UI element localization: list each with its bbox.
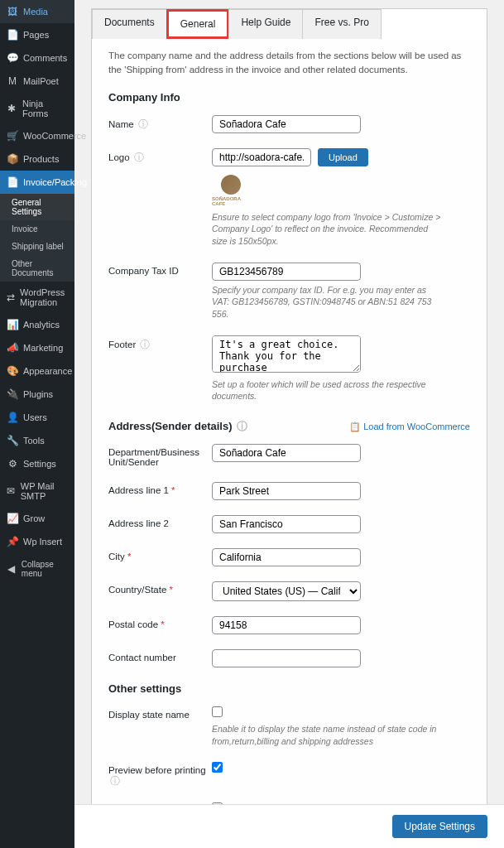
logo-desc: Ensure to select company logo from 'Invo… (212, 211, 444, 248)
help-icon[interactable]: ⓘ (134, 152, 144, 162)
submenu-item[interactable]: Invoice (0, 220, 74, 238)
menu-icon: ✉ (7, 485, 16, 497)
collapse-menu[interactable]: ◀ Collapse menu (0, 553, 74, 585)
addr2-label: Address line 2 (108, 515, 212, 528)
sidebar-item-plugins[interactable]: 🔌Plugins (0, 383, 74, 406)
menu-icon: 🛒 (7, 130, 18, 142)
menu-icon: 🎨 (7, 365, 18, 377)
menu-icon: M (7, 75, 18, 87)
logo-url-input[interactable] (212, 148, 311, 166)
footer-textarea[interactable] (212, 335, 361, 373)
clipboard-icon: 📋 (349, 422, 361, 431)
sidebar-item-label: Media (23, 7, 48, 17)
menu-icon: ⇄ (7, 292, 15, 303)
footer-label: Footer ⓘ (108, 335, 212, 351)
sidebar-item-tools[interactable]: 🔧Tools (0, 429, 74, 452)
help-icon[interactable]: ⓘ (237, 420, 247, 432)
sidebar-item-wp-insert[interactable]: 📌Wp Insert (0, 530, 74, 553)
country-select[interactable]: United States (US) — California (212, 581, 361, 601)
sidebar-item-label: Comments (23, 53, 67, 63)
tax-input[interactable] (212, 263, 361, 281)
tabs: DocumentsGeneralHelp GuideFree vs. Pro (91, 8, 487, 39)
sidebar-item-analytics[interactable]: 📊Analytics (0, 313, 74, 336)
tab-free-vs-pro[interactable]: Free vs. Pro (302, 9, 381, 39)
state-checkbox[interactable] (212, 706, 223, 717)
submenu-item[interactable]: General Settings (0, 194, 74, 220)
sidebar-item-marketing[interactable]: 📣Marketing (0, 336, 74, 359)
submenu-item[interactable]: Shipping label (0, 238, 74, 255)
menu-icon: 📌 (7, 536, 18, 547)
sidebar-item-pages[interactable]: 📄Pages (0, 23, 74, 46)
addr2-input[interactable] (212, 515, 361, 533)
sidebar-item-label: Products (23, 154, 59, 164)
sidebar-item-wp-mail-smtp[interactable]: ✉WP Mail SMTP (0, 475, 74, 507)
sidebar-item-comments[interactable]: 💬Comments (0, 46, 74, 70)
sidebar-item-label: Settings (23, 459, 56, 469)
sidebar-item-appearance[interactable]: 🎨Appearance (0, 359, 74, 383)
sidebar-item-label: Grow (23, 513, 45, 523)
sidebar-item-settings[interactable]: ⚙Settings (0, 452, 74, 475)
update-settings-button[interactable]: Update Settings (392, 815, 487, 838)
menu-icon: 📦 (7, 153, 18, 165)
menu-icon: 📄 (7, 29, 18, 41)
company-info-heading: Company Info (108, 91, 470, 104)
logo-label: Logo ⓘ (108, 148, 212, 164)
sidebar-item-woocommerce[interactable]: 🛒WooCommerce (0, 124, 74, 147)
sidebar-item-label: Plugins (23, 389, 53, 399)
city-label: City * (108, 548, 212, 561)
dept-input[interactable] (212, 444, 361, 462)
sidebar-item-media[interactable]: 🖼Media (0, 0, 74, 23)
sidebar-item-users[interactable]: 👤Users (0, 406, 74, 429)
postal-input[interactable] (212, 616, 361, 634)
sidebar-item-label: Users (23, 412, 47, 422)
tab-help-guide[interactable]: Help Guide (228, 9, 303, 39)
postal-label: Postal code * (108, 616, 212, 629)
submenu-item[interactable]: Other Documents (0, 255, 74, 282)
sidebar-item-ninja-forms[interactable]: ✱Ninja Forms (0, 93, 74, 124)
sidebar-item-mailpoet[interactable]: MMailPoet (0, 70, 74, 93)
menu-icon: 📈 (7, 513, 18, 524)
state-label: Display state name (108, 706, 212, 720)
addr1-input[interactable] (212, 482, 361, 500)
sidebar-item-wordpress-migration[interactable]: ⇄WordPress Migration (0, 282, 74, 313)
sidebar-item-invoice-packing[interactable]: 📄Invoice/Packing (0, 171, 74, 194)
menu-icon: 👤 (7, 412, 18, 423)
dept-label: Department/Business Unit/Sender (108, 444, 212, 467)
sidebar-item-products[interactable]: 📦Products (0, 147, 74, 171)
preview-label: Preview before printing ⓘ (108, 762, 212, 788)
sidebar-item-label: Analytics (23, 320, 60, 330)
logo-brand: SOÑADORA CAFE (212, 196, 249, 206)
help-icon[interactable]: ⓘ (138, 119, 148, 129)
name-input[interactable] (212, 115, 361, 133)
other-heading: Other settings (108, 682, 470, 695)
menu-icon: 🔧 (7, 435, 18, 446)
help-icon[interactable]: ⓘ (140, 340, 150, 349)
intro-text: The company name and the address details… (108, 49, 470, 78)
tab-general[interactable]: General (166, 9, 230, 39)
menu-icon: 💬 (7, 52, 18, 64)
menu-icon: 📊 (7, 319, 18, 330)
footer-desc: Set up a footer which will be used acros… (212, 378, 444, 402)
state-desc: Enable it to display the state name inst… (212, 723, 444, 747)
upload-button[interactable]: Upload (318, 148, 368, 166)
contact-input[interactable] (212, 649, 361, 667)
sidebar-item-label: Wp Insert (23, 537, 62, 547)
logo-preview: SOÑADORA CAFE (212, 175, 249, 208)
sidebar-item-grow[interactable]: 📈Grow (0, 507, 74, 530)
collapse-icon: ◀ (7, 563, 17, 575)
tab-documents[interactable]: Documents (92, 9, 167, 39)
sidebar-item-label: MailPoet (23, 76, 59, 86)
menu-icon: 🔌 (7, 388, 18, 400)
sidebar-item-label: Marketing (23, 343, 63, 353)
load-woocommerce-link[interactable]: 📋 Load from WooCommerce (349, 422, 470, 432)
preview-checkbox[interactable] (212, 762, 223, 773)
country-label: Country/State * (108, 581, 212, 595)
help-icon[interactable]: ⓘ (110, 776, 120, 786)
collapse-label: Collapse menu (22, 560, 68, 578)
sidebar-item-label: Appearance (23, 366, 72, 376)
sidebar-item-label: WP Mail SMTP (21, 481, 68, 501)
menu-icon: ✱ (7, 103, 17, 114)
sidebar-item-label: Ninja Forms (22, 99, 68, 118)
city-input[interactable] (212, 548, 361, 566)
menu-icon: 📣 (7, 342, 18, 354)
